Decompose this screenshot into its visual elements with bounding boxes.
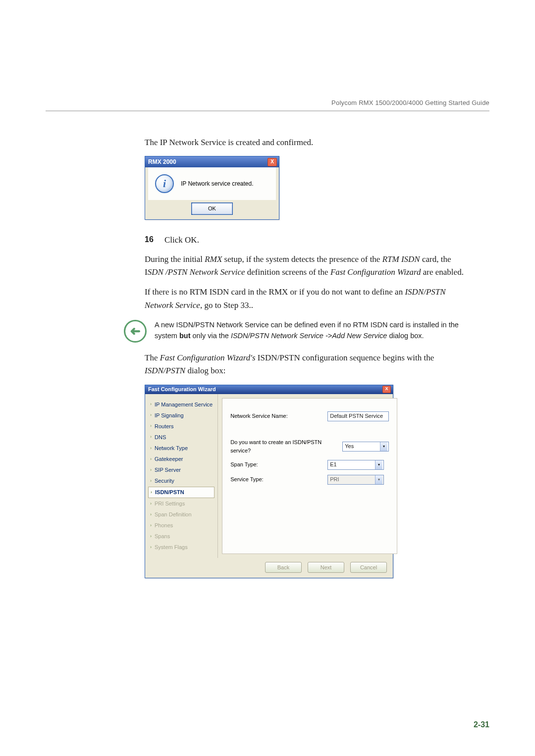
nav-sip-server[interactable]: ›SIP Server	[148, 465, 214, 475]
row-service-name: Network Service Name: Default PSTN Servi…	[230, 411, 389, 421]
body-column-2: The Fast Configuration Wizard's ISDN/PST…	[145, 352, 472, 578]
service-name-label: Network Service Name:	[230, 412, 320, 420]
ok-button[interactable]: OK	[192, 203, 232, 214]
dialog-titlebar: RMX 2000 X	[145, 156, 279, 167]
dialog-button-row: OK	[145, 200, 279, 219]
close-icon[interactable]: X	[382, 386, 391, 393]
nav-network-type[interactable]: ›Network Type	[148, 443, 214, 454]
fast-config-wizard: Fast Configuration Wizard X ›IP Manageme…	[145, 385, 393, 579]
step-text: Click OK.	[164, 234, 199, 247]
i: RMX	[205, 254, 222, 264]
wizard-main: ›IP Management Service ›IP Signaling ›Ro…	[145, 394, 393, 558]
nav-label: IP Signaling	[155, 411, 184, 420]
chevron-right-icon: ›	[150, 445, 152, 452]
t: dialog box:	[185, 366, 225, 375]
i: SDN /PSTN Network Service	[148, 267, 245, 277]
chevron-right-icon: ›	[151, 489, 152, 496]
row-service-type: Service Type: PRI	[230, 475, 389, 485]
wizard-button-bar: Back Next Cancel	[145, 558, 393, 578]
span-type-dropdown[interactable]: E1	[327, 460, 384, 470]
dialog-title: RMX 2000	[148, 157, 176, 167]
nav-label: Span Definition	[155, 510, 192, 519]
nav-label: System Flags	[155, 543, 188, 552]
arrow-glyph: ➜	[130, 324, 141, 339]
service-type-dropdown: PRI	[327, 475, 384, 485]
row-span-type: Span Type: E1	[230, 460, 389, 470]
wizard-titlebar: Fast Configuration Wizard X	[145, 385, 393, 394]
nav-dns[interactable]: ›DNS	[148, 432, 214, 443]
chevron-right-icon: ›	[150, 401, 152, 408]
no-rtm-para: If there is no RTM ISDN card in the RMX …	[145, 286, 472, 312]
nav-routers[interactable]: ›Routers	[148, 421, 214, 432]
t: definition screens of the	[245, 267, 330, 277]
row-create-question: Do you want to create an ISDN/PSTN servi…	[230, 438, 389, 455]
back-button[interactable]: Back	[265, 562, 302, 573]
close-icon[interactable]: X	[268, 158, 277, 166]
i: Fast Configuration Wizard's	[160, 353, 256, 362]
create-service-label: Do you want to create an ISDN/PSTN servi…	[230, 438, 334, 455]
nav-ip-signaling[interactable]: ›IP Signaling	[148, 410, 214, 421]
t: setup, if the system detects the presenc…	[222, 254, 382, 264]
t: dialog box.	[387, 332, 424, 340]
i: ISDN/PSTN	[145, 366, 185, 375]
nav-label: Security	[155, 477, 174, 485]
nav-span-definition: ›Span Definition	[148, 509, 214, 520]
span-type-label: Span Type:	[230, 460, 320, 469]
nav-label: Spans	[155, 532, 170, 541]
ip-created-text: The IP Network Service is created and co…	[145, 136, 472, 149]
create-service-dropdown[interactable]: Yes	[342, 442, 389, 452]
i: Fast Configuration Wizard	[330, 267, 421, 277]
t: only via the	[191, 332, 231, 340]
t: ISDN/PSTN configuration sequence begins …	[256, 353, 434, 362]
chevron-right-icon: ›	[150, 467, 152, 474]
cancel-button[interactable]: Cancel	[350, 562, 387, 573]
nav-label: PRI Settings	[155, 500, 185, 508]
initial-rmx-para: During the initial RMX setup, if the sys…	[145, 253, 472, 279]
header-rule	[46, 110, 489, 111]
step-16: 16 Click OK.	[145, 234, 472, 247]
service-name-input[interactable]: Default PSTN Service	[327, 411, 389, 421]
t: During the initial	[145, 254, 205, 264]
header-guide-title: Polycom RMX 1500/2000/4000 Getting Start…	[46, 99, 489, 106]
wizard-nav: ›IP Management Service ›IP Signaling ›Ro…	[145, 394, 218, 558]
wizard-title: Fast Configuration Wizard	[148, 385, 216, 394]
next-button[interactable]: Next	[308, 562, 344, 573]
chevron-right-icon: ›	[150, 511, 152, 518]
page-number: 2-31	[474, 720, 489, 729]
chevron-right-icon: ›	[150, 412, 152, 419]
t: The	[145, 353, 160, 362]
page: Polycom RMX 1500/2000/4000 Getting Start…	[0, 0, 535, 756]
nav-phones: ›Phones	[148, 520, 214, 531]
service-type-label: Service Type:	[230, 475, 320, 484]
nav-label: Gatekeeper	[155, 455, 183, 463]
nav-label: Network Type	[155, 444, 188, 453]
nav-security[interactable]: ›Security	[148, 476, 214, 486]
chevron-right-icon: ›	[150, 456, 152, 463]
tip-arrow-icon: ➜	[124, 320, 147, 343]
rmx-confirm-dialog: RMX 2000 X i IP Network service created.…	[145, 156, 279, 220]
nav-label: DNS	[155, 433, 166, 442]
nav-isdn-pstn[interactable]: ›ISDN/PSTN	[148, 487, 214, 498]
step-number: 16	[145, 234, 159, 247]
t: , go to Step 33..	[200, 301, 253, 310]
sequence-para: The Fast Configuration Wizard's ISDN/PST…	[145, 352, 472, 378]
chevron-right-icon: ›	[150, 501, 152, 507]
note-text: A new ISDN/PSTN Network Service can be d…	[155, 320, 475, 342]
nav-system-flags: ›System Flags	[148, 542, 214, 553]
chevron-right-icon: ›	[150, 533, 152, 540]
chevron-right-icon: ›	[150, 423, 152, 430]
dialog-message: IP Network service created.	[181, 179, 254, 189]
nav-ip-management[interactable]: ›IP Management Service	[148, 400, 214, 410]
chevron-right-icon: ›	[150, 544, 152, 551]
b: but	[179, 332, 191, 340]
nav-label: SIP Server	[155, 466, 181, 474]
nav-label: ISDN/PSTN	[155, 488, 184, 497]
nav-pri-settings: ›PRI Settings	[148, 499, 214, 509]
nav-label: Routers	[155, 422, 174, 431]
nav-label: IP Management Service	[155, 401, 213, 409]
nav-spans: ›Spans	[148, 531, 214, 542]
nav-gatekeeper[interactable]: ›Gatekeeper	[148, 454, 214, 464]
nav-label: Phones	[155, 521, 173, 530]
i: ISDN/PSTN Network Service ->Add New Serv…	[231, 332, 387, 340]
t: If there is no RTM ISDN card in the RMX …	[145, 287, 405, 297]
